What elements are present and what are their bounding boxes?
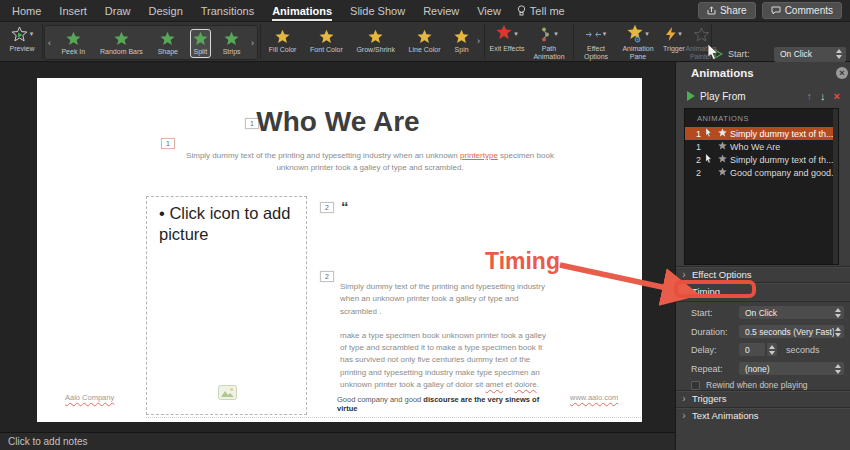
menu-tab-view[interactable]: View [477,0,501,22]
menu-tab-slide-show[interactable]: Slide Show [350,0,405,22]
effect-grow-shrink[interactable]: Grow/Shrink [353,27,398,56]
effect-label: Font Color [310,46,343,54]
animation-star-icon [716,167,728,178]
effect-label: Fill Color [269,46,297,54]
picture-placeholder[interactable]: • Click icon to add picture [146,196,307,415]
effect-line-color[interactable]: Line Color [406,27,444,56]
menu-tab-insert[interactable]: Insert [59,0,87,22]
move-down-icon[interactable]: ↓ [820,90,826,102]
body-text-run: et [503,380,514,389]
duration-stepper[interactable] [834,327,842,337]
move-up-icon[interactable]: ↑ [807,90,813,102]
animations-ribbon: ▾ Preview ‹ Peek InRandom BarsShapeSplit… [0,22,850,62]
animation-list-item[interactable]: 1Simply dummy text of th... [685,127,838,140]
effect-font-color[interactable]: Font Color [307,27,346,56]
website-link[interactable]: www.aalo.com [570,393,618,402]
chevron-down-icon: ▾ [514,30,518,38]
delay-stepper[interactable] [766,343,777,356]
animation-order: 2 [685,168,701,178]
effect-label: Random Bars [100,48,143,56]
effect-label: Line Color [409,46,441,54]
play-from-button[interactable]: Play From [700,91,807,102]
effect-label: Peek In [61,48,85,56]
animation-target-text: Simply dummy text of th... [730,129,838,139]
animation-order-badge[interactable]: 2 [320,271,334,282]
animation-star-icon [716,154,728,165]
chevron-right-icon: › [676,410,692,421]
insert-picture-icon[interactable] [218,385,237,400]
effect-options-button[interactable]: ▾ Effect Options [576,25,616,61]
slide-title[interactable]: Who We Are [218,106,458,138]
ribbon-separator [42,24,43,59]
chevron-down-icon: ▾ [30,30,34,38]
effect-shape[interactable]: Shape [155,29,181,58]
timing-section[interactable]: › Timing [676,282,850,300]
animation-order-badge[interactable]: 1 [161,138,175,149]
play-icon[interactable] [687,91,695,101]
slide-canvas[interactable]: 1 1 Who We Are Simply dummy text of the … [37,78,642,422]
subtitle-link[interactable]: printertype [460,151,498,160]
animation-list-item[interactable]: 2Simply dummy text of th... [685,153,838,166]
slide-subtitle[interactable]: Simply dummy text of the printing and ty… [170,150,570,174]
repeat-value: (none) [745,364,834,374]
menu-tab-draw[interactable]: Draw [105,0,131,22]
delay-unit-label: seconds [786,345,820,355]
delete-animation-icon[interactable]: × [834,90,840,102]
star-icon [193,31,208,46]
effect-peek-in[interactable]: Peek In [58,29,88,58]
effect-strips[interactable]: Strips [220,29,244,58]
body-text-run: . [537,380,539,389]
duration-dropdown[interactable]: 0.5 seconds (Very Fast) [739,325,844,338]
menu-tab-design[interactable]: Design [149,0,183,22]
triggers-section[interactable]: › Triggers [676,390,850,406]
company-link[interactable]: Aalo Company [65,393,114,402]
exit-effects-button[interactable]: ▾ Exit Effects [487,25,527,53]
menu-tab-animations[interactable]: Animations [272,0,332,22]
menu-tab-home[interactable]: Home [12,0,41,22]
effect-options-section[interactable]: › Effect Options [676,266,850,282]
slide-body-text[interactable]: Simply dummy text of the printing and ty… [340,281,554,391]
path-animation-button[interactable]: ▾ Path Animation [527,25,571,61]
effect-spin[interactable]: Spin [451,27,472,56]
slide-quote-text[interactable]: Good company and good discourse are the … [337,395,552,413]
animation-pane-button[interactable]: ▾ Animation Pane [617,25,659,61]
start-stepper[interactable] [835,49,843,59]
quote-regular: Good company and good [337,395,423,404]
body-paragraph-1: Simply dummy text of the printing and ty… [340,281,554,318]
gallery-next-icon[interactable]: › [248,38,257,48]
preview-button[interactable]: ▾ Preview [2,25,42,53]
close-icon[interactable]: × [836,67,848,79]
list-scrollbar[interactable] [833,109,838,264]
text-animations-section[interactable]: › Text Animations [676,407,850,423]
effect-options-label: Effect Options [576,45,616,61]
gallery-prev-icon[interactable]: ‹ [45,38,54,48]
comments-button[interactable]: Comments [762,2,842,19]
entrance-effects-gallery: ‹ Peek InRandom BarsShapeSplitStrips › [44,25,258,60]
effect-split[interactable]: Split [190,29,211,58]
delay-input[interactable]: 0 [739,343,765,356]
animation-target-text: Who We Are [730,142,838,152]
share-button[interactable]: Share [698,2,756,19]
animation-order-badge[interactable]: 2 [320,202,334,213]
menu-tab-transitions[interactable]: Transitions [201,0,254,22]
notes-bar[interactable]: Click to add notes [0,432,675,450]
menu-tab-review[interactable]: Review [423,0,459,22]
effect-random-bars[interactable]: Random Bars [97,29,146,58]
star-icon [160,31,175,46]
rewind-checkbox[interactable] [691,381,700,390]
animation-list-item[interactable]: 2Good company and good... [685,166,838,179]
tell-me-button[interactable]: Tell me [517,5,565,17]
animation-list-item[interactable]: 1Who We Are [685,140,838,153]
ribbon-separator [484,24,485,59]
ribbon-start-dropdown[interactable]: On Click [774,47,846,62]
start-dropdown[interactable]: On Click [739,306,844,319]
emphasis-next-icon[interactable]: › [477,36,480,46]
repeat-label: Repeat: [691,364,739,374]
repeat-stepper[interactable] [834,364,842,374]
repeat-dropdown[interactable]: (none) [739,362,844,375]
start-stepper[interactable] [834,308,842,318]
chevron-right-icon: › [676,393,692,404]
chevron-down-icon: ▾ [678,30,682,38]
effect-fill-color[interactable]: Fill Color [266,27,300,56]
placeholder-border [146,417,641,418]
